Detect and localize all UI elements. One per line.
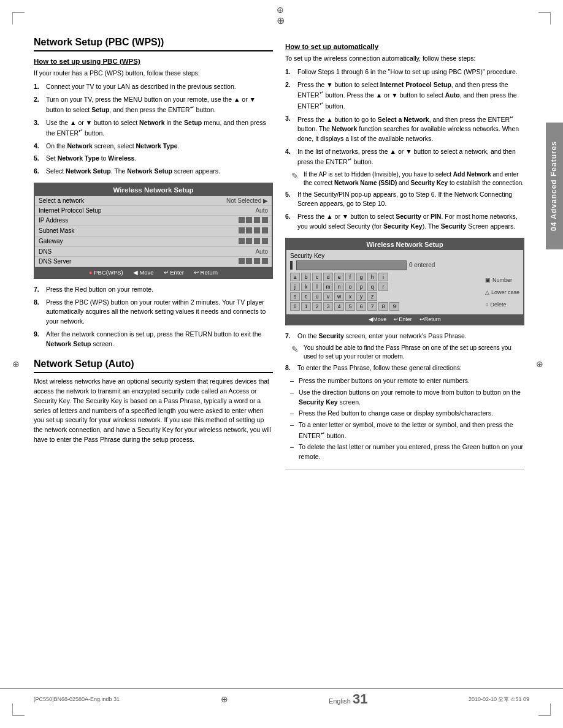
- crosshair-top: ⊕: [277, 5, 286, 15]
- security-box-content: Security Key 0 entered a b: [286, 250, 523, 314]
- tip-icon-1: ✎: [291, 170, 301, 188]
- delete-label: ○ Delete: [485, 301, 519, 308]
- auto-steps-final: 8. To enter the Pass Phrase, follow thes…: [285, 363, 524, 373]
- table-row: Subnet Mask: [35, 226, 272, 236]
- tip-icon-2: ✎: [291, 344, 301, 361]
- security-key-label: Security Key: [290, 252, 519, 259]
- auto-step-8: 8. To enter the Pass Phrase, follow thes…: [285, 363, 524, 373]
- list-item: To delete the last letter or number you …: [290, 442, 524, 462]
- crosshair-mid-right: ⊕: [536, 359, 543, 369]
- crosshair-mid-left: ⊕: [12, 359, 20, 369]
- key-grid: a b c d e f g h i: [290, 273, 483, 312]
- corner-mark-tl: [12, 12, 25, 25]
- network-box-table: Select a network Not Selected ▶ Internet…: [35, 196, 272, 267]
- list-item: Press the number buttons on your remote …: [290, 376, 524, 386]
- network-box-title: Wireless Network Setup: [35, 184, 272, 196]
- key-row-3: s t u v w x y z: [290, 292, 483, 301]
- bottom-filename: [PC550]BN68-02580A-Eng.indb 31: [34, 696, 120, 702]
- lowercase-label: △ Lower case: [485, 289, 519, 295]
- table-row: Select a network Not Selected ▶: [35, 196, 272, 206]
- auto-section-intro: Most wireless networks have an optional …: [34, 377, 273, 444]
- auto-steps-after2: 7. On the Security screen, enter your ne…: [285, 332, 524, 341]
- tip-box-2: ✎ You should be able to find the Pass Ph…: [291, 344, 524, 361]
- key-row-4: 0 1 2 3 4 5 6 7 8 9: [290, 302, 483, 311]
- pbc-step-4: 4. On the Network screen, select Network…: [34, 142, 273, 151]
- wireless-network-setup-box: Wireless Network Setup Select a network …: [34, 183, 273, 279]
- bottom-bar: [PC550]BN68-02580A-Eng.indb 31 ⊕ English…: [0, 688, 563, 710]
- table-row: DNS Server: [35, 256, 272, 267]
- key-labels: ▣ Number △ Lower case ○ Delete: [485, 273, 519, 312]
- table-row: Internet Protocol Setup Auto: [35, 205, 272, 215]
- auto-section: Network Setup (Auto) Most wireless netwo…: [34, 358, 273, 444]
- bottom-datetime: 2010-02-10 오후 4:51 09: [469, 696, 529, 703]
- auto-setup-title: How to set up automatically: [285, 43, 524, 50]
- auto-setup-section: How to set up automatically To set up th…: [285, 43, 524, 469]
- pbc-steps-list: 1. Connect your TV to your LAN as descri…: [34, 82, 273, 176]
- security-count: 0 entered: [409, 262, 435, 268]
- auto-setup-steps-after: 5. If the Security/PIN pop-up appears, g…: [285, 190, 524, 232]
- pbc-step-3: 3. Use the ▲ or ▼ button to select Netwo…: [34, 118, 273, 138]
- pbc-steps-after: 7. Press the Red button on your remote. …: [34, 285, 273, 349]
- number-label: ▣ Number: [485, 277, 519, 283]
- page-container: ⊕ ⊕ ⊕ 04 Advanced Features Network Setup…: [0, 0, 563, 728]
- pbc-section-title: Network Setup (PBC (WPS)): [34, 37, 273, 51]
- left-column: Network Setup (PBC (WPS)) How to set up …: [34, 37, 273, 474]
- pbc-step-8: 8. Press the PBC (WPS) button on your ro…: [34, 298, 273, 327]
- table-row: IP Address: [35, 215, 272, 226]
- auto-setup-steps: 1. Follow Steps 1 through 6 in the "How …: [285, 67, 524, 167]
- auto-setup-intro: To set up the wireless connection automa…: [285, 54, 524, 64]
- auto-step-5: 5. If the Security/PIN pop-up appears, g…: [285, 190, 524, 210]
- auto-section-title: Network Setup (Auto): [34, 358, 273, 373]
- pbc-intro: If your router has a PBC (WPS) button, f…: [34, 69, 273, 78]
- pbc-step-2: 2. Turn on your TV, press the MENU butto…: [34, 95, 273, 115]
- pbc-step-7: 7. Press the Red button on your remote.: [34, 285, 273, 295]
- pbc-section: Network Setup (PBC (WPS)) How to set up …: [34, 37, 273, 349]
- network-box-footer: ● PBC(WPS) ◀ Move ↵ Enter ↩ Return: [35, 267, 272, 278]
- page-number: 31: [353, 691, 367, 707]
- list-item: Press the Red button to change case or d…: [290, 409, 524, 419]
- pbc-step-9: 9. After the network connection is set u…: [34, 330, 273, 349]
- right-column: How to set up automatically To set up th…: [285, 37, 524, 474]
- auto-step-7: 7. On the Security screen, enter your ne…: [285, 332, 524, 341]
- auto-step-3: 3. Press the ▲ button to go to Select a …: [285, 114, 524, 144]
- page-info: English 31: [329, 691, 368, 707]
- page-label: English: [329, 697, 351, 705]
- pbc-step-1: 1. Connect your TV to your LAN as descri…: [34, 82, 273, 92]
- auto-step-4: 4. In the list of networks, press the ▲ …: [285, 147, 524, 167]
- auto-step-2: 2. Press the ▼ button to select Internet…: [285, 80, 524, 111]
- side-tab: 04 Advanced Features: [546, 123, 563, 249]
- content-area: Network Setup (PBC (WPS)) How to set up …: [0, 37, 563, 474]
- list-item: To a enter letter or symbol, move to the…: [290, 420, 524, 441]
- table-row: DNS Auto: [35, 246, 272, 256]
- security-box-title: Wireless Network Setup: [286, 239, 523, 250]
- security-network-setup-box: Wireless Network Setup Security Key 0 en…: [285, 238, 524, 325]
- tip-box-1: ✎ If the AP is set to Hidden (Invisible)…: [291, 170, 524, 188]
- key-row-1: a b c d e f g h i: [290, 273, 483, 281]
- list-item: Use the direction buttons on your remote…: [290, 388, 524, 408]
- crosshair-bottom: ⊕: [221, 694, 228, 704]
- corner-mark-tr: [538, 12, 551, 25]
- table-row: Gateway: [35, 236, 272, 246]
- pass-phrase-instructions: Press the number buttons on your remote …: [290, 376, 524, 462]
- security-input-field[interactable]: [296, 260, 407, 270]
- auto-step-1: 1. Follow Steps 1 through 6 in the "How …: [285, 67, 524, 77]
- key-section: a b c d e f g h i: [290, 273, 519, 312]
- security-input-row: 0 entered: [290, 260, 519, 270]
- pbc-step-5: 5. Set Network Type to Wireless.: [34, 154, 273, 164]
- pbc-step-6: 6. Select Network Setup. The Network Set…: [34, 167, 273, 176]
- auto-step-6: 6. Press the ▲ or ▼ button to select Sec…: [285, 212, 524, 232]
- security-box-footer: ◀Move ↵Enter ↩Return: [286, 314, 523, 324]
- pbc-subsection-title: How to set up using PBC (WPS): [34, 58, 273, 65]
- cursor: [290, 261, 293, 270]
- key-row-2: j k l m n o p q r: [290, 282, 483, 291]
